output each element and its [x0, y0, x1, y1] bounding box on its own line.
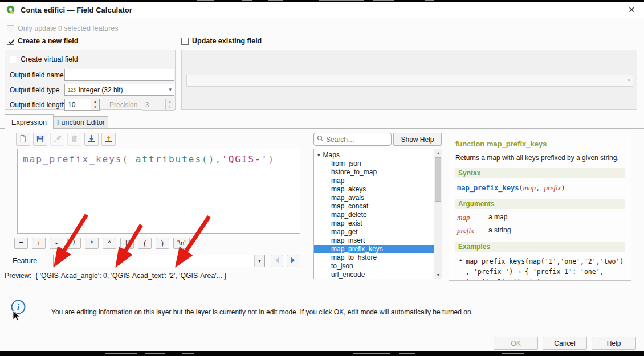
- tree-item[interactable]: hstore_to_map: [314, 168, 434, 177]
- cancel-button[interactable]: Cancel: [543, 337, 587, 350]
- spin-up-icon: ▲: [166, 99, 174, 105]
- window-titlebar: Conta edifici — Field Calculator ✕: [0, 2, 644, 18]
- background-app-remnant: [105, 353, 137, 354]
- operator-button-divide[interactable]: /: [67, 238, 81, 249]
- function-search: [313, 133, 392, 146]
- operator-button-multiply[interactable]: *: [85, 238, 99, 249]
- tree-item[interactable]: map_insert: [314, 236, 434, 245]
- help-examples-header: Examples: [455, 242, 625, 252]
- create-new-field-label: Create a new field: [18, 37, 78, 45]
- expression-attributes-token: attributes: [129, 154, 202, 165]
- expression-editor[interactable]: map_prefix_keys( attributes(),'QGIS-'): [17, 149, 300, 234]
- operator-button-newline[interactable]: '\n': [173, 238, 190, 249]
- tree-scrollbar[interactable]: ▲ ▼: [434, 149, 442, 279]
- expression-paren-token: (: [123, 154, 129, 165]
- feature-next-button[interactable]: [287, 255, 299, 267]
- create-virtual-field-checkbox[interactable]: Create virtual field: [10, 55, 78, 63]
- show-help-button[interactable]: Show Help: [393, 133, 442, 146]
- feature-previous-button[interactable]: [271, 255, 283, 267]
- save-expression-button[interactable]: [33, 133, 47, 146]
- syntax-separator: ,: [536, 184, 544, 192]
- tree-item[interactable]: map_concat: [314, 202, 434, 211]
- tree-item[interactable]: from_json: [314, 159, 434, 168]
- syntax-function-name: map_prefix_keys: [457, 184, 519, 192]
- field-calculator-dialog: Conta edifici — Field Calculator ✕ Only …: [0, 2, 644, 351]
- only-update-selected-checkbox[interactable]: Only update 0 selected features: [7, 24, 119, 32]
- preview-value: { 'QGIS-Acad_angle': 0, 'QGIS-Acad_text'…: [35, 272, 226, 280]
- tree-item[interactable]: map_exist: [314, 219, 434, 228]
- preview-label: Preview:: [5, 272, 31, 280]
- tree-item[interactable]: map_to_hstore: [314, 253, 434, 262]
- tree-item-selected[interactable]: map_prefix_keys: [314, 245, 434, 253]
- function-search-input[interactable]: [326, 136, 383, 144]
- import-expression-button[interactable]: [84, 133, 99, 146]
- tree-group-maps[interactable]: ▾ Maps: [314, 150, 442, 159]
- tab-divider: [0, 128, 644, 129]
- export-arrow-icon: [104, 134, 113, 145]
- precision-stepper[interactable]: 3 ▲ ▼: [142, 99, 174, 111]
- background-app-remnant: [319, 0, 364, 1]
- tree-item[interactable]: map: [314, 177, 434, 185]
- tree-item[interactable]: url_encode: [314, 271, 434, 279]
- background-app-remnant: [145, 353, 165, 354]
- svg-text:i: i: [17, 302, 20, 312]
- tree-item[interactable]: map_get: [314, 228, 434, 236]
- scrollbar-thumb[interactable]: [435, 157, 441, 202]
- function-tree[interactable]: ▾ Maps from_json hstore_to_map map map_a…: [313, 149, 442, 279]
- operator-button-plus[interactable]: +: [32, 238, 46, 249]
- tab-function-editor[interactable]: Function Editor: [54, 116, 108, 128]
- existing-field-select[interactable]: ▾: [186, 75, 633, 87]
- ok-label: OK: [511, 339, 520, 347]
- export-expression-button[interactable]: [101, 133, 116, 146]
- output-field-name-input[interactable]: [64, 69, 174, 81]
- operator-button-minus[interactable]: -: [50, 238, 63, 249]
- tab-expression[interactable]: Expression: [5, 114, 54, 129]
- operator-button-open-paren[interactable]: (: [138, 238, 152, 249]
- chevron-down-icon[interactable]: ▾: [254, 255, 264, 267]
- example-row: • map_prefix_keys(map('1','one','2','two…: [459, 257, 625, 281]
- update-existing-field-checkbox[interactable]: Update existing field: [181, 37, 262, 45]
- create-new-field-checkbox[interactable]: Create a new field: [7, 37, 78, 45]
- previous-arrow-icon: [274, 257, 280, 265]
- dropdown-arrow-glyph: ▾: [258, 258, 261, 264]
- tree-item[interactable]: map_delete: [314, 211, 434, 219]
- output-field-length-value: 10: [68, 101, 75, 109]
- ok-button[interactable]: OK: [494, 337, 538, 350]
- spinner-buttons[interactable]: ▲ ▼: [91, 99, 99, 110]
- feature-selector[interactable]: 2 ▾: [53, 255, 265, 267]
- scroll-up-icon[interactable]: ▲: [434, 149, 442, 157]
- scroll-down-icon[interactable]: ▼: [434, 271, 442, 279]
- precision-value: 3: [145, 101, 149, 109]
- edit-expression-button[interactable]: [50, 133, 64, 146]
- output-field-length-label: Output field length: [10, 101, 65, 109]
- expression-preview: Preview: { 'QGIS-Acad_angle': 0, 'QGIS-A…: [5, 272, 226, 280]
- function-help-panel: function map_prefix_keys Returns a map w…: [449, 134, 631, 281]
- syntax-paren: (: [519, 184, 523, 192]
- feature-value: 2: [58, 257, 62, 265]
- output-field-type-select[interactable]: 123 Integer (32 bit) ▾: [64, 84, 174, 96]
- background-app-remnant: [353, 353, 390, 354]
- operator-button-concat[interactable]: ||: [120, 238, 134, 249]
- import-arrow-icon: [87, 134, 96, 145]
- next-arrow-icon: [290, 257, 296, 265]
- output-field-length-stepper[interactable]: 10 ▲ ▼: [64, 99, 100, 111]
- tab-function-editor-label: Function Editor: [57, 118, 105, 126]
- delete-expression-button[interactable]: [67, 133, 81, 146]
- checkbox-box: [7, 38, 14, 45]
- save-icon: [36, 134, 44, 145]
- operator-button-close-paren[interactable]: ): [156, 238, 169, 249]
- close-button[interactable]: ✕: [626, 4, 637, 15]
- tree-item[interactable]: map_akeys: [314, 185, 434, 194]
- operator-button-equals[interactable]: =: [14, 238, 28, 249]
- new-expression-button[interactable]: [16, 133, 30, 146]
- argument-name: map: [457, 213, 488, 222]
- background-app-remnant: [399, 353, 415, 354]
- argument-description: a string: [488, 226, 511, 235]
- edit-mode-notice: You are editing information on this laye…: [51, 308, 564, 316]
- tree-item[interactable]: map_avals: [314, 194, 434, 202]
- help-button[interactable]: Help: [592, 337, 636, 350]
- file-icon: [19, 134, 27, 145]
- expression-function-token: map_prefix_keys: [23, 154, 123, 165]
- tree-item[interactable]: to_json: [314, 262, 434, 271]
- operator-button-power[interactable]: ^: [103, 238, 116, 249]
